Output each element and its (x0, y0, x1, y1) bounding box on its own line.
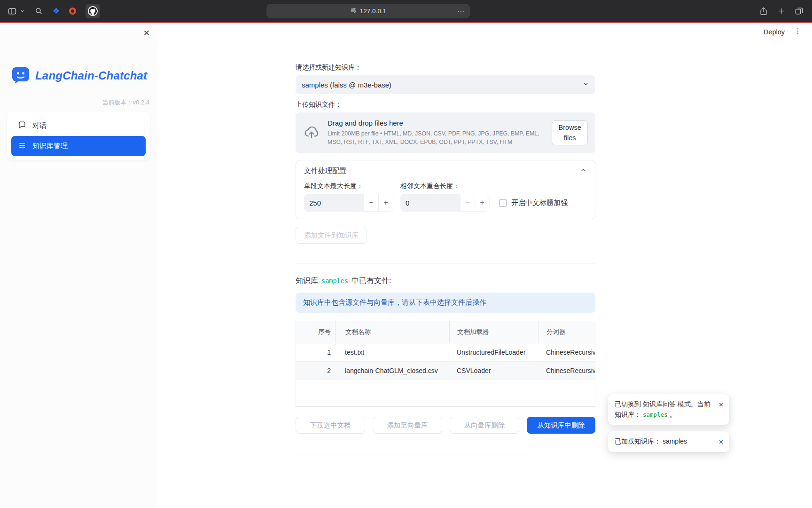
cell-index: 2 (296, 362, 335, 380)
toast-text: 已加载知识库： samples (615, 437, 687, 445)
toast-mode-switched: 已切换到 知识库问答 模式。当前知识库：samples。 ✕ (608, 394, 729, 425)
tab-overview-icon[interactable] (795, 7, 804, 16)
chevron-down-icon (582, 80, 589, 89)
main-content: 请选择或新建知识库： samples (faiss @ m3e-base) 上传… (296, 64, 595, 455)
overlap-size-label: 相邻文本重合长度： (400, 182, 490, 190)
delete-from-kb-button[interactable]: 从知识库中删除 (527, 417, 595, 434)
config-expander-header[interactable]: 文件处理配置 (296, 160, 595, 181)
config-expander-body: 单段文本最大长度： − + 相邻文本重合长度： − + (296, 181, 595, 219)
chat-bubble-icon (18, 121, 26, 131)
new-tab-plus-icon[interactable] (777, 7, 785, 15)
files-table[interactable]: 序号 文档名称 文档加载器 分词器 1 test.txt Unstructure… (296, 321, 595, 407)
chevron-up-icon (580, 167, 587, 175)
sidebar-item-label: 对话 (32, 121, 47, 130)
toast-close-icon[interactable]: ✕ (718, 400, 724, 420)
version-label: 当前版本：v0.2.4 (0, 98, 149, 107)
col-header-loader[interactable]: 文档加载器 (449, 321, 539, 343)
chunk-plus-button[interactable]: + (378, 194, 393, 211)
table-row[interactable]: 1 test.txt UnstructuredFileLoader Chines… (296, 343, 595, 362)
toast-close-icon[interactable]: ✕ (718, 437, 724, 447)
cell-docname: test.txt (335, 343, 449, 361)
overlap-plus-button[interactable]: + (475, 194, 489, 211)
github-tab-icon[interactable] (86, 4, 100, 18)
pinned-tab-blue-icon[interactable]: ❖ (53, 7, 60, 15)
col-header-index[interactable]: 序号 (296, 321, 335, 343)
checkbox-box[interactable] (499, 199, 507, 207)
kb-select-label: 请选择或新建知识库： (296, 64, 595, 72)
menu-kebab-icon[interactable] (794, 27, 802, 36)
files-heading-suffix: 中已有文件: (351, 277, 391, 285)
github-logo-icon (88, 6, 98, 16)
overlap-size-input: − + (400, 194, 490, 212)
url-text: 127.0.0.1 (360, 8, 386, 15)
deploy-button[interactable]: Deploy (764, 28, 785, 36)
pinned-tab-ring-icon[interactable] (69, 8, 76, 15)
chunk-size-input: − + (304, 194, 393, 212)
toast-kb-code: samples (643, 411, 668, 418)
kb-list-icon (18, 141, 26, 151)
overlap-size-value[interactable] (401, 194, 460, 211)
table-header: 序号 文档名称 文档加载器 分词器 (296, 321, 595, 343)
col-header-docname[interactable]: 文档名称 (335, 321, 449, 343)
logo-text: LangChain-Chatchat (35, 69, 147, 82)
cell-docname: langchain-ChatGLM_closed.csv (335, 362, 449, 380)
divider (296, 455, 595, 455)
cell-loader: UnstructuredFileLoader (449, 343, 539, 361)
dropzone-title: Drag and drop files here (328, 119, 544, 127)
cell-loader: CSVLoader (449, 362, 539, 380)
dropzone-limit: Limit 200MB per file • HTML, MD, JSON, C… (328, 129, 544, 147)
toast-kb-loaded: 已加载知识库： samples ✕ (608, 431, 729, 452)
sidebar-toggle-icon[interactable] (8, 7, 17, 16)
dropzone-text: Drag and drop files here Limit 200MB per… (328, 119, 544, 147)
action-buttons: 下载选中文档 添加至向量库 从向量库删除 从知识库中删除 (296, 417, 595, 434)
cloud-upload-icon (303, 123, 320, 142)
streamlit-header: Deploy (764, 27, 802, 36)
upload-label: 上传知识文件： (296, 101, 595, 109)
browse-files-button[interactable]: Browse files (552, 120, 588, 145)
kb-select[interactable]: samples (faiss @ m3e-base) (296, 75, 595, 94)
chunk-minus-button[interactable]: − (364, 194, 378, 211)
kb-name-code: samples (321, 277, 348, 285)
app-logo: LangChain-Chatchat (11, 65, 157, 86)
sidebar-item-kb-management[interactable]: 知识库管理 (11, 136, 146, 156)
sidebar-close-icon[interactable]: ✕ (143, 28, 150, 38)
files-heading-prefix: 知识库 (296, 277, 318, 285)
toast-message: 已切换到 知识库问答 模式。当前知识库：samples。 (615, 399, 716, 420)
search-icon[interactable] (34, 7, 43, 16)
site-favicon-icon (350, 7, 357, 15)
chevron-down-icon[interactable] (20, 8, 25, 14)
toolbar-right (759, 0, 804, 22)
config-expander-title: 文件处理配置 (304, 167, 346, 175)
add-files-button[interactable]: 添加文件到知识库 (296, 227, 367, 244)
files-heading: 知识库samples中已有文件: (296, 276, 595, 286)
sidebar-item-label: 知识库管理 (32, 142, 68, 151)
toolbar-left: ❖ (8, 0, 100, 22)
kb-select-value: samples (faiss @ m3e-base) (302, 81, 391, 89)
cell-splitter: ChineseRecursiveTe (539, 343, 595, 361)
sidebar-menu: 对话 知识库管理 (7, 111, 150, 160)
cell-index: 1 (296, 343, 335, 361)
file-dropzone[interactable]: Drag and drop files here Limit 200MB per… (296, 112, 595, 153)
extensions-ellipsis-icon[interactable]: ⋯ (457, 7, 465, 16)
divider (296, 263, 595, 263)
add-to-vectorstore-button[interactable]: 添加至向量库 (373, 417, 442, 434)
sidebar: ✕ LangChain-Chatchat 当前版本：v0.2.4 对话 知识库管… (0, 23, 157, 508)
checkbox-label: 开启中文标题加强 (511, 198, 568, 207)
chunk-size-value[interactable] (304, 194, 364, 211)
delete-from-vectorstore-button[interactable]: 从向量库删除 (450, 417, 519, 434)
info-banner: 知识库中包含源文件与向量库，请从下表中选择文件后操作 (296, 293, 595, 313)
config-expander: 文件处理配置 单段文本最大长度： − + (296, 160, 595, 219)
sidebar-item-dialogue[interactable]: 对话 (11, 116, 146, 136)
address-bar[interactable]: 127.0.0.1 ⋯ (266, 4, 470, 18)
chunk-size-label: 单段文本最大长度： (304, 182, 393, 190)
overlap-minus-button[interactable]: − (460, 194, 475, 211)
download-selected-button[interactable]: 下载选中文档 (296, 417, 365, 434)
share-icon[interactable] (759, 7, 768, 16)
col-header-splitter[interactable]: 分词器 (539, 321, 595, 343)
zh-title-enhance-checkbox[interactable]: 开启中文标题加强 (499, 194, 568, 212)
toast-text: 。 (670, 411, 676, 418)
toast-message: 已加载知识库： samples (615, 437, 716, 447)
screen: ❖ 127.0.0.1 ⋯ (0, 0, 812, 508)
browser-toolbar: ❖ 127.0.0.1 ⋯ (0, 0, 812, 22)
table-row[interactable]: 2 langchain-ChatGLM_closed.csv CSVLoader… (296, 362, 595, 380)
